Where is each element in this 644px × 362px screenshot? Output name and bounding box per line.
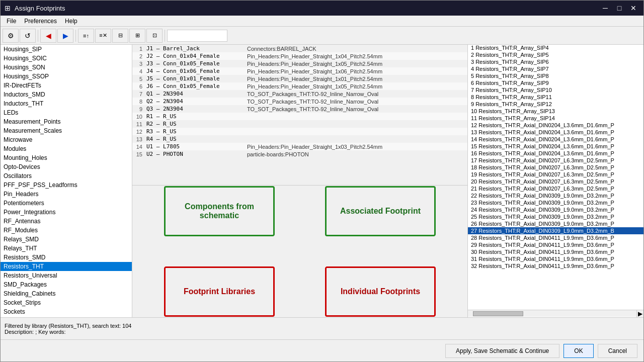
menu-file[interactable]: File <box>3 17 20 26</box>
library-list-item[interactable]: RF_Modules <box>1 226 132 235</box>
table-row[interactable]: 9Q3 – 2N3904TO_SOT_Packages_THT:TO-92_In… <box>132 105 467 113</box>
menu-preferences[interactable]: Preferences <box>20 17 61 26</box>
table-row[interactable]: 7Q1 – 2N3904TO_SOT_Packages_THT:TO-92_In… <box>132 90 467 98</box>
footprint-list-item[interactable]: 16 Resistors_THT:R_Axial_DIN0204_L3.6mm_… <box>468 150 643 157</box>
footprint-list-item[interactable]: 25 Resistors_THT:R_Axial_DIN0309_L9.0mm_… <box>468 213 643 220</box>
footprint-list-item[interactable]: 17 Resistors_THT:R_Axial_DIN0207_L6.3mm_… <box>468 157 643 164</box>
library-list-item[interactable]: Inductors_THT <box>1 99 132 108</box>
cancel-button[interactable]: Cancel <box>598 344 637 358</box>
library-list-item[interactable]: Mounting_Holes <box>1 153 132 162</box>
footprint-list-item[interactable]: 21 Resistors_THT:R_Axial_DIN0207_L6.3mm_… <box>468 185 643 192</box>
library-list-item[interactable]: Relays_THT <box>1 244 132 253</box>
library-list-item[interactable]: Microwave <box>1 135 132 144</box>
footprint-list-item[interactable]: 27 Resistors_THT:R_Axial_DIN0309_L9.0mm_… <box>468 227 643 234</box>
library-list-item[interactable]: Opto-Devices <box>1 162 132 171</box>
footprint-list-item[interactable]: 1 Resistors_THT:R_Array_SIP4 <box>468 45 643 51</box>
library-list-item[interactable]: RF_Antennas <box>1 217 132 226</box>
table-row[interactable]: 2J2 – Conn_01x04_FemalePin_Headers:Pin_H… <box>132 52 467 60</box>
table-row[interactable]: 4J4 – Conn_01x06_FemalePin_Headers:Pin_H… <box>132 67 467 75</box>
footprint-list-item[interactable]: 31 Resistors_THT:R_Axial_DIN0411_L9.9mm_… <box>468 255 643 262</box>
footprint-list-item[interactable]: 14 Resistors_THT:R_Axial_DIN0204_L3.6mm_… <box>468 136 643 143</box>
ok-button[interactable]: OK <box>564 344 593 358</box>
footprint-list-item[interactable]: 19 Resistors_THT:R_Axial_DIN0207_L6.3mm_… <box>468 171 643 178</box>
close-button[interactable]: ✕ <box>627 3 639 13</box>
toolbar-prev[interactable]: ◀ <box>40 29 56 43</box>
table-row[interactable]: 11R2 – R_US <box>132 120 467 128</box>
footprints-list[interactable]: 1 Resistors_THT:R_Array_SIP42 Resistors_… <box>468 45 643 310</box>
library-list-item[interactable]: Resistors_SMD <box>1 253 132 262</box>
table-row[interactable]: 10R1 – R_US <box>132 113 467 120</box>
table-row[interactable]: 1J1 – Barrel_JackConnectors:BARREL_JACK <box>132 45 467 52</box>
footprint-list-item[interactable]: 22 Resistors_THT:R_Axial_DIN0309_L9.0mm_… <box>468 192 643 199</box>
footprint-list-item[interactable]: 29 Resistors_THT:R_Axial_DIN0411_L9.9mm_… <box>468 241 643 248</box>
library-list-item[interactable]: Housings_SIP <box>1 45 132 54</box>
library-list-item[interactable]: Pin_Headers <box>1 190 132 199</box>
footprint-list-item[interactable]: 13 Resistors_THT:R_Axial_DIN0204_L3.6mm_… <box>468 129 643 136</box>
library-list-item[interactable]: Sockets <box>1 307 132 316</box>
maximize-button[interactable]: □ <box>613 3 625 13</box>
footprint-list-item[interactable]: 3 Resistors_THT:R_Array_SIP6 <box>468 58 643 65</box>
library-list-item[interactable]: Housings_SON <box>1 63 132 72</box>
toolbar-btn2[interactable]: ≡✕ <box>95 29 111 43</box>
library-list-item[interactable]: Resistors_Universal <box>1 271 132 280</box>
footprint-list-item[interactable]: 5 Resistors_THT:R_Array_SIP8 <box>468 72 643 79</box>
footprint-list-item[interactable]: 23 Resistors_THT:R_Axial_DIN0309_L9.0mm_… <box>468 199 643 206</box>
footprint-list-item[interactable]: 8 Resistors_THT:R_Array_SIP11 <box>468 94 643 101</box>
table-row[interactable]: 13R4 – R_US <box>132 135 467 143</box>
toolbar-btn1[interactable]: ≡↑ <box>78 29 94 43</box>
toolbar-btn3[interactable]: ⊟ <box>112 29 128 43</box>
library-list-item[interactable]: SMD_Packages <box>1 280 132 289</box>
table-row[interactable]: 6J6 – Conn_01x05_FemalePin_Headers:Pin_H… <box>132 82 467 90</box>
table-row[interactable]: 8Q2 – 2N3904TO_SOT_Packages_THT:TO-92_In… <box>132 98 467 105</box>
library-list-item[interactable]: Symbols <box>1 316 132 317</box>
library-list-item[interactable]: Potentiometers <box>1 199 132 208</box>
table-row[interactable]: 5J5 – Conn_01x01_FemalePin_Headers:Pin_H… <box>132 75 467 82</box>
footprint-list-item[interactable]: 12 Resistors_THT:R_Axial_DIN0204_L3.6mm_… <box>468 122 643 129</box>
toolbar-reload[interactable]: ↺ <box>20 29 36 43</box>
scroll-right-btn[interactable]: ▶ <box>636 310 643 317</box>
library-list-item[interactable]: Relays_SMD <box>1 235 132 244</box>
library-list-item[interactable]: IR-DirectFETs <box>1 81 132 90</box>
footprint-list-item[interactable]: 28 Resistors_THT:R_Axial_DIN0411_L9.9mm_… <box>468 234 643 241</box>
library-list-item[interactable]: Resistors_THT <box>1 262 132 271</box>
footprint-list-item[interactable]: 18 Resistors_THT:R_Axial_DIN0207_L6.3mm_… <box>468 164 643 171</box>
footprint-list-item[interactable]: 15 Resistors_THT:R_Axial_DIN0204_L3.6mm_… <box>468 143 643 150</box>
footprint-list-item[interactable]: 10 Resistors_THT:R_Array_SIP13 <box>468 108 643 115</box>
footprint-list-item[interactable]: 11 Resistors_THT:R_Array_SIP14 <box>468 115 643 122</box>
toolbar-settings[interactable]: ⚙ <box>3 29 19 43</box>
footprint-list-item[interactable]: 32 Resistors_THT:R_Axial_DIN0411_L9.9mm_… <box>468 262 643 269</box>
menu-help[interactable]: Help <box>61 17 82 26</box>
search-input[interactable] <box>167 30 227 42</box>
minimize-button[interactable]: ─ <box>599 3 611 13</box>
table-row[interactable]: 15U2 – PHOTONparticle-boards:PHOTON <box>132 150 467 158</box>
footprint-list-item[interactable]: 4 Resistors_THT:R_Array_SIP7 <box>468 65 643 72</box>
library-list-item[interactable]: Housings_SOIC <box>1 54 132 63</box>
footprint-list-item[interactable]: 30 Resistors_THT:R_Axial_DIN0411_L9.9mm_… <box>468 248 643 255</box>
library-list-item[interactable]: Socket_Strips <box>1 298 132 307</box>
library-list-item[interactable]: LEDs <box>1 108 132 117</box>
footprint-list-item[interactable]: 2 Resistors_THT:R_Array_SIP5 <box>468 51 643 58</box>
table-row[interactable]: 12R3 – R_US <box>132 128 467 135</box>
footprint-list-item[interactable]: 7 Resistors_THT:R_Array_SIP10 <box>468 86 643 94</box>
footprint-list-item[interactable]: 9 Resistors_THT:R_Array_SIP12 <box>468 101 643 108</box>
toolbar-btn4[interactable]: ⊞ <box>129 29 145 43</box>
apply-save-button[interactable]: Apply, Save Schematic & Continue <box>445 344 559 358</box>
footprint-list-item[interactable]: 24 Resistors_THT:R_Axial_DIN0309_L9.0mm_… <box>468 206 643 213</box>
library-list[interactable]: Housings_SIPHousings_SOICHousings_SONHou… <box>1 45 132 317</box>
toolbar-btn5[interactable]: ⊡ <box>146 29 163 43</box>
library-list-item[interactable]: Shielding_Cabinets <box>1 289 132 298</box>
library-list-item[interactable]: Oscillators <box>1 171 132 180</box>
library-list-item[interactable]: Inductors_SMD <box>1 90 132 99</box>
toolbar-next[interactable]: ▶ <box>57 29 73 43</box>
library-list-item[interactable]: Modules <box>1 144 132 153</box>
library-list-item[interactable]: Power_Integrations <box>1 208 132 217</box>
footprint-list-item[interactable]: 26 Resistors_THT:R_Axial_DIN0309_L9.0mm_… <box>468 220 643 227</box>
table-row[interactable]: 14U1 – L7805Pin_Headers:Pin_Header_Strai… <box>132 143 467 150</box>
footprint-list-item[interactable]: 20 Resistors_THT:R_Axial_DIN0207_L6.3mm_… <box>468 178 643 185</box>
library-list-item[interactable]: Housings_SSOP <box>1 72 132 81</box>
library-list-item[interactable]: Measurement_Points <box>1 117 132 126</box>
h-scroll-thumb[interactable] <box>473 311 523 316</box>
horizontal-scrollbar[interactable]: ▶ <box>468 310 643 317</box>
table-row[interactable]: 3J3 – Conn_01x05_FemalePin_Headers:Pin_H… <box>132 60 467 67</box>
library-list-item[interactable]: Measurement_Scales <box>1 126 132 135</box>
